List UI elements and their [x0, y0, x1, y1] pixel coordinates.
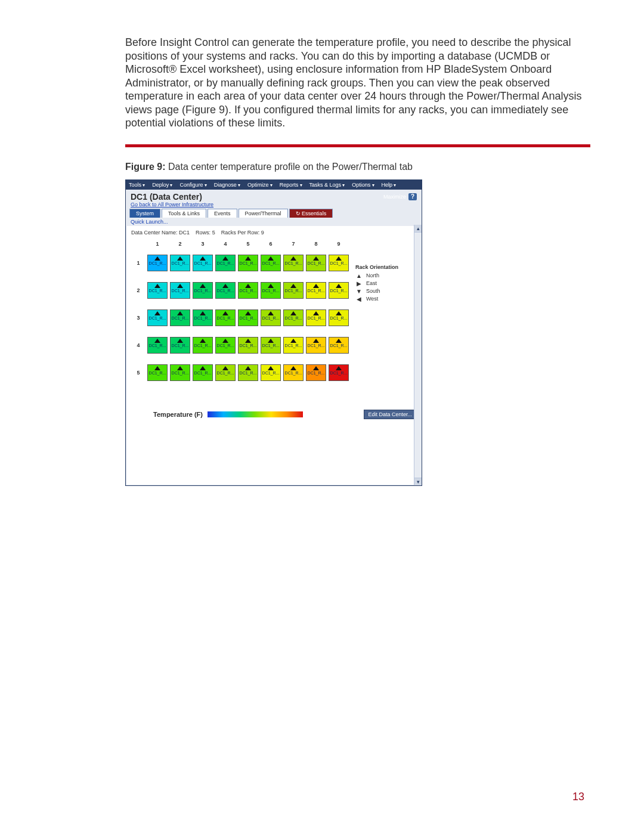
- rack-cell[interactable]: DC1_R...: [306, 337, 326, 354]
- rack-cell[interactable]: DC1_R...: [306, 364, 326, 381]
- rack-cell[interactable]: DC1_R...: [238, 255, 258, 271]
- rack-cell[interactable]: DC1_R...: [261, 364, 281, 381]
- rack-cell[interactable]: DC1_R...: [329, 337, 349, 354]
- rack-cell[interactable]: DC1_R...: [261, 309, 281, 326]
- rack-cell[interactable]: DC1_R...: [283, 309, 304, 326]
- tab-system[interactable]: System: [129, 209, 160, 218]
- rack-label: DC1_R...: [239, 289, 258, 293]
- rack-cell[interactable]: DC1_R...: [283, 282, 304, 299]
- menu-diagnose[interactable]: Diagnose: [212, 181, 242, 188]
- rack-cell[interactable]: DC1_R...: [329, 255, 349, 271]
- rack-cell[interactable]: DC1_R...: [215, 282, 236, 299]
- rack-cell[interactable]: DC1_R...: [147, 364, 168, 381]
- tab-tools[interactable]: Tools & Links: [162, 209, 206, 218]
- tab-bar: System Tools & Links Events Power/Therma…: [126, 209, 422, 218]
- breadcrumb[interactable]: Go back to All Power Infrastructure: [131, 202, 417, 208]
- menu-tasks[interactable]: Tasks & Logs: [308, 181, 347, 188]
- rack-cell[interactable]: DC1_R...: [147, 282, 168, 299]
- rack-cell[interactable]: DC1_R...: [329, 282, 349, 299]
- arrow-west-icon: ◀: [355, 296, 363, 302]
- rack-cell[interactable]: DC1_R...: [215, 337, 236, 354]
- menu-deploy[interactable]: Deploy: [150, 181, 174, 188]
- rack-label: DC1_R...: [148, 371, 167, 375]
- rack-cell[interactable]: DC1_R...: [238, 337, 258, 354]
- tab-power-thermal[interactable]: Power/Thermal: [239, 209, 288, 218]
- menu-tools[interactable]: Tools: [127, 181, 147, 188]
- rack-cell[interactable]: DC1_R...: [193, 364, 213, 381]
- col-header: 8: [314, 241, 317, 247]
- rack-north-arrow-icon: [336, 256, 342, 261]
- rack-label: DC1_R...: [261, 289, 280, 293]
- rack-north-arrow-icon: [222, 256, 228, 261]
- rack-cell[interactable]: DC1_R...: [283, 364, 304, 381]
- rack-cell[interactable]: DC1_R...: [283, 337, 304, 354]
- rack-cell[interactable]: DC1_R...: [306, 282, 326, 299]
- row-header: 2: [137, 287, 140, 293]
- edit-data-center-button[interactable]: Edit Data Center...: [364, 410, 416, 419]
- menu-optimize[interactable]: Optimize: [246, 181, 274, 188]
- figure-caption-rest: Data center temperature profile on the P…: [166, 162, 413, 172]
- rack-cell[interactable]: DC1_R...: [283, 255, 304, 271]
- essentials-refresh-icon: ↻: [296, 210, 301, 216]
- rack-cell[interactable]: DC1_R...: [170, 282, 190, 299]
- row-header: 5: [137, 370, 140, 376]
- rack-label: DC1_R...: [216, 261, 235, 265]
- label-dc-name: Data Center Name:: [131, 230, 178, 236]
- rack-cell[interactable]: DC1_R...: [170, 309, 190, 326]
- arrow-north-icon: ▲: [355, 272, 363, 279]
- maximize-link[interactable]: Maximize: [383, 194, 406, 200]
- menu-reports[interactable]: Reports: [278, 181, 304, 188]
- rack-label: DC1_R...: [239, 343, 258, 348]
- section-divider: [125, 144, 590, 147]
- rack-cell[interactable]: DC1_R...: [215, 364, 236, 381]
- vertical-scrollbar[interactable]: ▴ ▾: [414, 225, 422, 485]
- rack-label: DC1_R...: [193, 316, 212, 320]
- col-header: 1: [156, 241, 159, 247]
- rack-cell[interactable]: DC1_R...: [193, 255, 213, 271]
- tab-essentials[interactable]: ↻ Essentials: [289, 209, 333, 218]
- rack-cell[interactable]: DC1_R...: [238, 364, 258, 381]
- rack-north-arrow-icon: [222, 339, 228, 343]
- rack-label: DC1_R...: [216, 289, 235, 293]
- rack-cell[interactable]: DC1_R...: [193, 337, 213, 354]
- rack-north-arrow-icon: [154, 256, 160, 261]
- rack-cell[interactable]: DC1_R...: [170, 364, 190, 381]
- rack-north-arrow-icon: [336, 366, 342, 370]
- rack-cell[interactable]: DC1_R...: [238, 282, 258, 299]
- rack-cell[interactable]: DC1_R...: [329, 364, 349, 381]
- rack-label: DC1_R...: [284, 261, 303, 265]
- rack-cell[interactable]: DC1_R...: [261, 255, 281, 271]
- quick-launch-link[interactable]: Quick Launch...: [126, 218, 422, 226]
- rack-cell[interactable]: DC1_R...: [170, 337, 190, 354]
- rack-cell[interactable]: DC1_R...: [329, 309, 349, 326]
- scroll-down-icon[interactable]: ▾: [414, 478, 422, 485]
- rack-north-arrow-icon: [290, 339, 296, 343]
- rack-north-arrow-icon: [177, 311, 183, 315]
- rack-cell[interactable]: DC1_R...: [193, 282, 213, 299]
- scroll-up-icon[interactable]: ▴: [414, 225, 422, 233]
- rack-north-arrow-icon: [313, 284, 319, 288]
- rack-north-arrow-icon: [154, 311, 160, 315]
- rack-cell[interactable]: DC1_R...: [170, 255, 190, 271]
- rack-north-arrow-icon: [222, 311, 228, 315]
- rack-cell[interactable]: DC1_R...: [306, 309, 326, 326]
- rack-cell[interactable]: DC1_R...: [147, 309, 168, 326]
- menu-options[interactable]: Options: [350, 181, 376, 188]
- rack-north-arrow-icon: [313, 256, 319, 261]
- rack-cell[interactable]: DC1_R...: [215, 255, 236, 271]
- rack-label: DC1_R...: [148, 261, 167, 265]
- rack-cell[interactable]: DC1_R...: [215, 309, 236, 326]
- tab-events[interactable]: Events: [208, 209, 237, 218]
- rack-cell[interactable]: DC1_R...: [238, 309, 258, 326]
- rack-cell[interactable]: DC1_R...: [193, 309, 213, 326]
- menu-help[interactable]: Help: [380, 181, 398, 188]
- rack-cell[interactable]: DC1_R...: [261, 282, 281, 299]
- rack-cell[interactable]: DC1_R...: [261, 337, 281, 354]
- rack-cell[interactable]: DC1_R...: [306, 255, 326, 271]
- rack-north-arrow-icon: [268, 284, 274, 288]
- help-icon[interactable]: ?: [408, 193, 417, 200]
- rack-label: DC1_R...: [261, 343, 280, 348]
- rack-cell[interactable]: DC1_R...: [147, 255, 168, 271]
- rack-cell[interactable]: DC1_R...: [147, 337, 168, 354]
- menu-configure[interactable]: Configure: [178, 181, 209, 188]
